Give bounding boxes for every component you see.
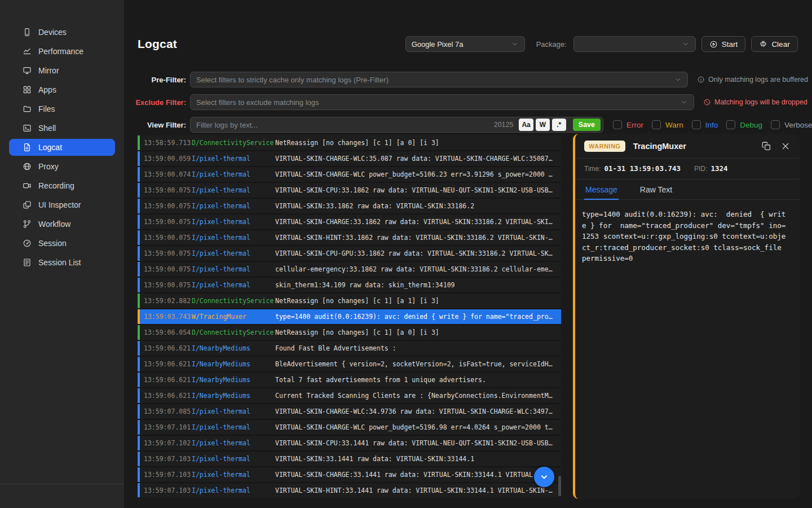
sidebar-item[interactable]: Recording <box>9 177 115 194</box>
play-circle-icon <box>709 40 718 49</box>
sidebar-item[interactable]: Files <box>9 100 115 117</box>
log-message: BleAdvertisement { version=2, socketVers… <box>275 360 561 368</box>
sidebar-item[interactable]: Apps <box>9 81 115 98</box>
log-timestamp: 13:59:07.101 <box>140 423 189 431</box>
sidebar-item[interactable]: Devices <box>9 24 115 41</box>
tab-raw-text[interactable]: Raw Text <box>639 179 673 200</box>
sidebar-item[interactable]: UI Inspector <box>9 196 115 213</box>
chevron-down-icon <box>511 40 519 48</box>
sidebar-item[interactable]: Logcat <box>9 139 115 156</box>
sidebar-item[interactable]: Workflow <box>9 216 115 233</box>
regex-button[interactable]: .* <box>552 119 566 131</box>
checkbox-icon <box>726 120 735 129</box>
log-row[interactable]: 13:59:07.103 I/pixel-thermal VIRTUAL-SKI… <box>138 483 561 497</box>
log-tag: I/pixel-thermal <box>189 234 275 242</box>
log-message: VIRTUAL-SKIN-CHARGE-WLC power_budget=519… <box>275 423 561 431</box>
view-filter-placeholder: Filter logs by text... <box>196 121 494 129</box>
log-row[interactable]: 13:59:06.621 I/NearbyMediums BleAdvertis… <box>138 357 561 371</box>
whole-word-button[interactable]: W <box>536 119 550 131</box>
log-row[interactable]: 13:59:00.075 I/pixel-thermal VIRTUAL-SKI… <box>138 199 561 213</box>
clear-button[interactable]: Clear <box>751 36 797 52</box>
tab-message[interactable]: Message <box>584 179 619 200</box>
match-case-button[interactable]: Aa <box>519 119 533 131</box>
log-row[interactable]: 13:59:07.103 I/pixel-thermal VIRTUAL-SKI… <box>138 452 561 466</box>
sidebar-item-label: Workflow <box>38 220 70 229</box>
log-tag: D/ConnectivityService <box>189 329 275 336</box>
log-row[interactable]: 13:59:07.101 I/pixel-thermal VIRTUAL-SKI… <box>138 420 561 435</box>
sidebar-item-label: Shell <box>38 124 56 133</box>
log-row[interactable]: 13:59:00.074 I/pixel-thermal VIRTUAL-SKI… <box>138 167 561 182</box>
log-row[interactable]: 13:59:07.085 I/pixel-thermal VIRTUAL-SKI… <box>138 404 561 419</box>
filter-section: Pre-Filter: Select filters to strictly c… <box>124 72 812 133</box>
log-tag: I/pixel-thermal <box>189 455 275 463</box>
view-filter-input[interactable]: Filter logs by text... 20125 Aa W .* Sav… <box>190 117 603 133</box>
log-message: cellular-emergency:33.1862 raw data: VIR… <box>275 265 561 273</box>
sidebar-item[interactable]: Proxy <box>9 158 115 175</box>
log-row[interactable]: 13:59:02.882 D/ConnectivityService NetRe… <box>138 294 561 308</box>
log-row[interactable]: 13:59:00.059 I/pixel-thermal VIRTUAL-SKI… <box>138 151 561 166</box>
log-timestamp: 13:59:06.621 <box>140 344 189 352</box>
log-timestamp: 13:59:06.621 <box>140 360 189 368</box>
log-row[interactable]: 13:59:03.743 W/TracingMuxer type=1400 au… <box>138 309 561 324</box>
log-timestamp: 13:59:07.103 <box>140 471 189 479</box>
pre-filter-select[interactable]: Select filters to strictly cache only ma… <box>190 72 688 87</box>
info-level-checkbox[interactable]: Info <box>692 120 718 129</box>
checkbox-icon <box>692 120 701 129</box>
chevron-down-icon <box>682 40 690 48</box>
sidebar-item-label: Devices <box>38 28 67 37</box>
log-row[interactable]: 13:59:07.102 I/pixel-thermal VIRTUAL-SKI… <box>138 436 561 450</box>
log-tag: I/pixel-thermal <box>189 265 275 273</box>
log-row[interactable]: 13:58:59.713 D/ConnectivityService NetRe… <box>138 135 561 150</box>
log-message: VIRTUAL-SKIN-CPU-GPU:33.1862 raw data: V… <box>275 249 561 257</box>
warn-level-checkbox[interactable]: Warn <box>652 120 683 129</box>
log-tag: D/ConnectivityService <box>189 297 275 305</box>
log-row[interactable]: 13:59:00.075 I/pixel-thermal VIRTUAL-SKI… <box>138 214 561 229</box>
save-filter-button[interactable]: Save <box>573 119 601 131</box>
log-message: Found Fast Ble Advertisements : <box>275 344 561 352</box>
package-select[interactable] <box>573 36 696 52</box>
log-row[interactable]: 13:59:06.621 I/NearbyMediums Found Fast … <box>138 341 561 356</box>
checkbox-icon <box>652 120 661 129</box>
sidebar-item[interactable]: Performance <box>9 43 115 60</box>
log-tag: I/pixel-thermal <box>189 249 275 257</box>
scroll-to-bottom-button[interactable] <box>534 467 554 487</box>
log-row[interactable]: 13:59:00.075 I/pixel-thermal VIRTUAL-SKI… <box>138 183 561 198</box>
video-camera-icon <box>23 181 32 190</box>
sidebar-item[interactable]: Session <box>9 235 115 252</box>
start-button[interactable]: Start <box>701 36 746 52</box>
log-row[interactable]: 13:59:00.075 I/pixel-thermal cellular-em… <box>138 262 561 277</box>
log-row[interactable]: 13:59:06.621 I/NearbyMediums Total 7 fas… <box>138 373 561 387</box>
log-tag: I/NearbyMediums <box>189 376 275 384</box>
close-icon[interactable] <box>780 141 791 151</box>
exclude-filter-select[interactable]: Select filters to exclude matching logs <box>190 94 694 110</box>
log-row[interactable]: 13:59:06.621 I/NearbyMediums Current Tra… <box>138 388 561 403</box>
log-tag: D/ConnectivityService <box>189 139 275 147</box>
log-timestamp: 13:59:06.621 <box>140 376 189 384</box>
copy-icon[interactable] <box>761 141 771 151</box>
log-timestamp: 13:59:00.075 <box>140 218 189 226</box>
verbose-level-checkbox[interactable]: Verbose <box>771 120 812 129</box>
device-select[interactable]: Google Pixel 7a <box>405 36 525 52</box>
sidebar-item[interactable]: Mirror <box>9 62 115 79</box>
log-message: VIRTUAL-SKIN-CHARGE-WLC:35.087 raw data:… <box>275 155 561 163</box>
log-tag: I/NearbyMediums <box>189 360 275 368</box>
error-level-checkbox[interactable]: Error <box>613 120 643 129</box>
log-row[interactable]: 13:59:00.075 I/pixel-thermal VIRTUAL-SKI… <box>138 230 561 245</box>
detail-header: WARNING TracingMuxer <box>575 134 800 158</box>
log-message: VIRTUAL-SKIN-CPU:33.1441 raw data: VIRTU… <box>275 439 561 447</box>
detail-tabs: Message Raw Text <box>575 179 800 200</box>
log-scrollbar-thumb[interactable] <box>558 476 561 496</box>
sidebar-item[interactable]: Shell <box>9 120 115 137</box>
log-row[interactable]: 13:59:00.075 I/pixel-thermal skin_therm1… <box>138 278 561 292</box>
log-row[interactable]: 13:59:00.075 I/pixel-thermal VIRTUAL-SKI… <box>138 246 561 261</box>
log-timestamp: 13:59:06.621 <box>140 392 189 400</box>
log-row[interactable]: 13:59:07.103 I/pixel-thermal VIRTUAL-SKI… <box>138 467 561 482</box>
log-message: type=1400 audit(0.0:16239): avc: denied … <box>275 313 561 321</box>
log-row[interactable]: 13:59:06.054 D/ConnectivityService NetRe… <box>138 325 561 340</box>
sidebar-item-label: Performance <box>38 47 83 56</box>
package-label: Package: <box>536 40 567 49</box>
sidebar-item[interactable]: Session List <box>9 254 115 271</box>
page-title: Logcat <box>138 37 405 51</box>
broom-icon <box>759 40 767 49</box>
debug-level-checkbox[interactable]: Debug <box>726 120 762 129</box>
